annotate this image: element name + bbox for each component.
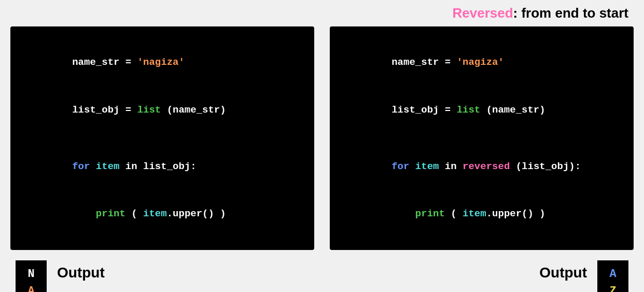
title-bar: Reversed: from end to start	[10, 5, 634, 21]
output-letter-N: N	[23, 266, 39, 283]
outputs-row: N A G I Z A Output Output A Z I G A N	[10, 260, 634, 292]
title-rest: : from end to start	[513, 5, 628, 21]
output-box-right: A Z I G A N	[597, 260, 628, 292]
output-right: Output A Z I G A N	[539, 260, 628, 292]
left-line-4: print ( item.upper() )	[25, 190, 300, 238]
output-left: N A G I Z A Output	[16, 260, 105, 292]
page-container: Reversed: from end to start name_str = '…	[0, 0, 644, 292]
output-letter-Az: A	[605, 266, 621, 283]
right-line-2: list_obj = list (name_str)	[344, 86, 619, 133]
right-code-panel: name_str = 'nagiza' list_obj = list (nam…	[330, 26, 634, 250]
right-line-3: for item in reversed (list_obj):	[344, 143, 619, 190]
title-reversed: Reversed	[452, 5, 513, 21]
left-code-panel: name_str = 'nagiza' list_obj = list (nam…	[10, 26, 314, 250]
panels-row: name_str = 'nagiza' list_obj = list (nam…	[10, 26, 634, 250]
output-label-left: Output	[57, 265, 105, 281]
left-line-2: list_obj = list (name_str)	[25, 86, 300, 133]
output-label-right: Output	[539, 265, 587, 281]
right-line-4: print ( item.upper() )	[344, 190, 619, 238]
left-line-3: for item in list_obj:	[25, 143, 300, 190]
output-letter-A1: A	[23, 283, 39, 292]
right-line-1: name_str = 'nagiza'	[344, 39, 619, 86]
output-letter-Zr: Z	[605, 283, 621, 292]
left-line-1: name_str = 'nagiza'	[25, 39, 300, 86]
output-box-left: N A G I Z A	[16, 260, 47, 292]
